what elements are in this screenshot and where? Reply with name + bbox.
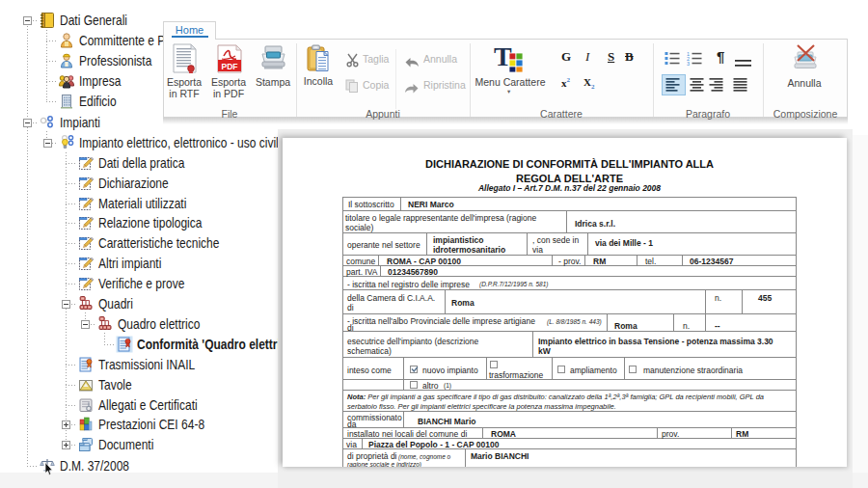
- svg-text:3: 3: [687, 61, 690, 67]
- svg-text:PDF: PDF: [222, 62, 238, 71]
